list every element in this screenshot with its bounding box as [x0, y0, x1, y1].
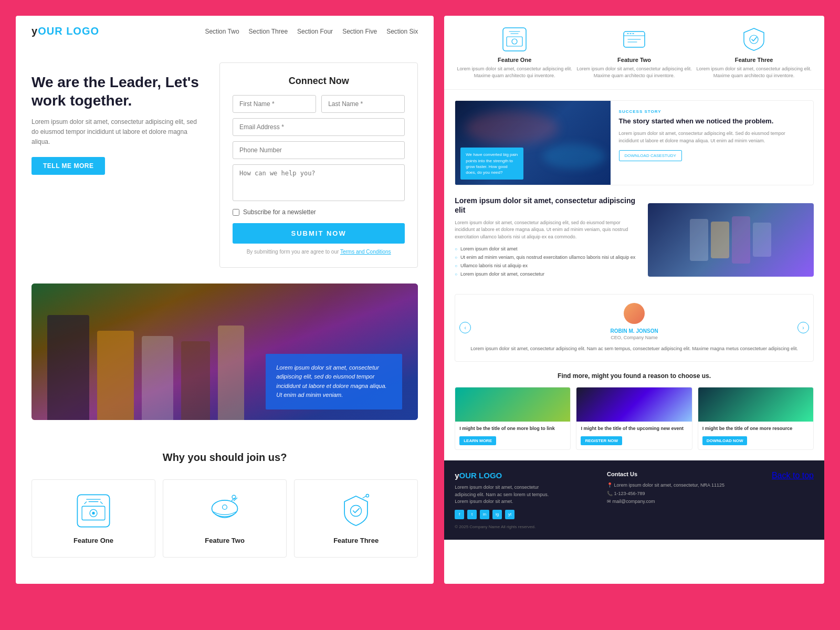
footer-top: Back to top [772, 471, 814, 480]
newsletter-row: Subscribe for a newsletter [233, 208, 405, 216]
terms-link[interactable]: Terms and Conditions [340, 249, 391, 255]
email-input[interactable] [233, 118, 405, 136]
feature-two-label: Feature Two [172, 537, 278, 544]
footer-desc: Lorem ipsum dolor sit amet, consectetur … [455, 484, 560, 506]
lorem-list-item: Ut enim ad minim veniam, quis nostrud ex… [455, 253, 639, 261]
footer-email: ✉ mail@company.com [607, 498, 724, 506]
header: yOUR LOGO Section Two Section Three Sect… [16, 16, 434, 47]
first-name-input[interactable] [233, 95, 316, 113]
nav-section-three[interactable]: Section Three [249, 28, 288, 35]
blog-heading: Find more, might you found a reason to c… [455, 372, 814, 380]
submit-button[interactable]: SUBMIT NOW [233, 223, 405, 244]
story-tag: SUCCESS STORY [619, 109, 805, 114]
download-casestudy-button[interactable]: DOWNLOAD CASESTUDY [619, 150, 682, 161]
footer-copyright: © 2025 Company Name All rights reserved. [455, 524, 560, 529]
footer-logo: yOUR LOGO [455, 471, 560, 480]
lorem-section: Lorem ipsum dolor sit amet, consectetur … [455, 196, 814, 284]
top-feature-two-desc: Lorem ipsum dolor sit amet, consectetur … [574, 66, 694, 79]
top-feature-three-icon [741, 26, 767, 52]
blog-card-1: I might be the title of one more blog to… [455, 387, 571, 450]
lorem-body: Lorem ipsum dolor sit amet, consectetur … [455, 219, 639, 241]
instagram-icon[interactable]: ig [492, 510, 502, 519]
back-to-top-link[interactable]: Back to top [772, 471, 814, 480]
social-icons: f t in ig yt [455, 510, 560, 519]
footer-contact: Contact Us 📍 Lorem ipsum dolor sit amet,… [607, 471, 724, 506]
blog-btn-1[interactable]: LEARN MORE [459, 436, 496, 445]
top-feature-two-label: Feature Two [574, 57, 694, 63]
terms-text: By submitting form you are agree to our … [233, 249, 405, 255]
svg-point-8 [366, 495, 369, 497]
story-body: Lorem ipsum dolor sit amet, consectetur … [619, 130, 805, 144]
message-input[interactable] [233, 164, 405, 201]
main-nav: Section Two Section Three Section Four S… [205, 28, 418, 35]
blog-title-2: I might be the title of the upcoming new… [581, 426, 687, 432]
phone-input[interactable] [233, 141, 405, 159]
feature-two-card: Feature Two [163, 479, 287, 558]
form-title: Connect Now [233, 76, 405, 87]
feature-two-icon [206, 492, 243, 529]
svg-point-11 [512, 39, 517, 44]
blog-grid: I might be the title of one more blog to… [455, 387, 814, 450]
top-feature-three: Feature Three Lorem ipsum dolor sit amet… [694, 26, 814, 79]
svg-point-3 [92, 512, 94, 514]
blog-section: Find more, might you found a reason to c… [455, 372, 814, 450]
feature-one-card: Feature One [32, 479, 155, 558]
hero-text: We are the Leader, Let's work together. … [32, 62, 204, 268]
logo[interactable]: yOUR LOGO [32, 25, 99, 37]
twitter-icon[interactable]: t [467, 510, 477, 519]
footer-contact-title: Contact Us [607, 471, 724, 477]
lorem-heading: Lorem ipsum dolor sit amet, consectetur … [455, 196, 639, 215]
feature-three-icon [338, 492, 374, 529]
features-grid: Feature One Feature Two [32, 479, 418, 558]
nav-section-six[interactable]: Section Six [386, 28, 418, 35]
team-image-section: Lorem ipsum dolor sit amet, consectetur … [32, 284, 418, 420]
why-section: Why you should join us? [16, 436, 434, 563]
feature-three-label: Feature Three [303, 537, 409, 544]
top-feature-two-icon [621, 26, 647, 52]
blog-btn-2[interactable]: REGISTER NOW [581, 436, 622, 445]
nav-section-two[interactable]: Section Two [205, 28, 239, 35]
blog-card-3: I might be the title of one more resourc… [698, 387, 814, 450]
top-feature-two: Feature Two Lorem ipsum dolor sit amet, … [574, 26, 694, 79]
next-arrow[interactable]: › [797, 322, 809, 333]
why-heading: Why you should join us? [32, 452, 418, 464]
footer-phone: 📞 1-123-456-789 [607, 490, 724, 498]
top-feature-one-label: Feature One [455, 57, 574, 63]
nav-section-five[interactable]: Section Five [342, 28, 377, 35]
nav-section-four[interactable]: Section Four [297, 28, 333, 35]
blog-btn-3[interactable]: DOWNLOAD NOW [702, 436, 748, 445]
blog-image-1 [455, 387, 570, 422]
story-callout: We have converted big pain points into t… [460, 148, 523, 180]
newsletter-label: Subscribe for a newsletter [243, 208, 316, 216]
feature-one-label: Feature One [40, 537, 146, 544]
top-feature-one: Feature One Lorem ipsum dolor sit amet, … [455, 26, 574, 79]
newsletter-checkbox[interactable] [233, 209, 239, 216]
prev-arrow[interactable]: ‹ [459, 322, 471, 333]
footer-address: 📍 Lorem ipsum dolor sit amet, consectetu… [607, 481, 724, 489]
youtube-icon[interactable]: yt [505, 510, 514, 519]
feature-three-card: Feature Three [294, 479, 418, 558]
top-feature-three-desc: Lorem ipsum dolor sit amet, consectetur … [694, 66, 814, 79]
facebook-icon[interactable]: f [455, 510, 464, 519]
story-content: SUCCESS STORY The story started when we … [611, 101, 813, 185]
contact-form: Connect Now Subscribe for a newsletter S… [219, 62, 418, 268]
caption-box: Lorem ipsum dolor sit amet, consectetur … [266, 354, 402, 410]
lorem-list-item: Lorem ipsum dolor sit amet, consectetur [455, 270, 639, 278]
lorem-list-item: Lorem ipsum dolor sit amet [455, 245, 639, 253]
linkedin-icon[interactable]: in [480, 510, 489, 519]
svg-point-13 [750, 35, 758, 44]
people-meeting-visual [648, 203, 814, 277]
blog-image-2 [576, 387, 691, 422]
blog-card-2: I might be the title of the upcoming new… [576, 387, 692, 450]
last-name-input[interactable] [321, 95, 405, 113]
testimonial-section: ‹ › ROBIN M. JONSON CEO, Company Name Lo… [455, 294, 814, 362]
svg-point-5 [223, 505, 227, 510]
tell-me-more-button[interactable]: TELL ME MORE [32, 157, 105, 175]
footer-brand: yOUR LOGO Lorem ipsum dolor sit amet, co… [455, 471, 560, 529]
story-image: We have converted big pain points into t… [455, 101, 610, 185]
lorem-text: Lorem ipsum dolor sit amet, consectetur … [455, 196, 639, 284]
top-features-row: Feature One Lorem ipsum dolor sit amet, … [444, 16, 824, 90]
feature-one-icon [75, 492, 112, 529]
lorem-image [648, 203, 814, 277]
top-feature-one-icon [501, 26, 528, 52]
